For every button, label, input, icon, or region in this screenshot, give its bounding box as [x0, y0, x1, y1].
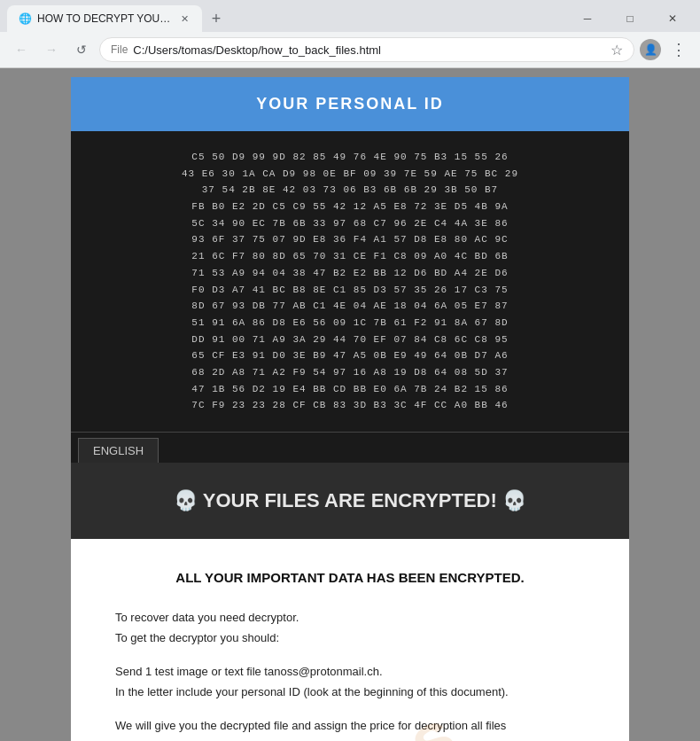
- minimize-button[interactable]: ─: [567, 5, 608, 32]
- profile-avatar[interactable]: 👤: [640, 39, 661, 60]
- chrome-menu-button[interactable]: ⋮: [666, 37, 691, 62]
- personal-id-title: YOUR PERSONAL ID: [89, 95, 611, 113]
- url-bar[interactable]: File C:/Users/tomas/Desktop/how_to_back_…: [99, 37, 634, 62]
- hex-line: 43 E6 30 1A CA D9 98 0E BF 09 39 7E 59 A…: [97, 166, 603, 183]
- bookmark-star-icon[interactable]: ☆: [611, 42, 623, 58]
- browser-chrome: 🌐 HOW TO DECRYPT YOUR FILES ✕ + ─ □ ✕ ← …: [0, 0, 700, 68]
- new-tab-button[interactable]: +: [206, 8, 227, 29]
- main-heading: ALL YOUR IMPORTANT DATA HAS BEEN ENCRYPT…: [115, 566, 585, 589]
- personal-id-header: YOUR PERSONAL ID: [71, 77, 629, 131]
- hex-line: 5C 34 90 EC 7B 6B 33 97 68 C7 96 2E C4 4…: [97, 215, 603, 232]
- hex-line: 65 CF E3 91 D0 3E B9 47 A5 0B E9 49 64 0…: [97, 347, 603, 364]
- encrypted-title: 💀 YOUR FILES ARE ENCRYPTED! 💀: [89, 489, 611, 512]
- hex-line: 68 2D A8 71 A2 F9 54 97 16 A8 19 D8 64 0…: [97, 364, 603, 381]
- hex-line: 71 53 A9 94 04 38 47 B2 E2 BB 12 D6 BD A…: [97, 265, 603, 282]
- tab-title: HOW TO DECRYPT YOUR FILES: [37, 12, 172, 25]
- address-bar: ← → ↺ File C:/Users/tomas/Desktop/how_to…: [0, 32, 700, 67]
- english-tab[interactable]: ENGLISH: [78, 438, 159, 463]
- active-tab[interactable]: 🌐 HOW TO DECRYPT YOUR FILES ✕: [7, 5, 202, 32]
- body-paragraph: We will give you the decrypted file and …: [115, 715, 585, 736]
- url-text: C:/Users/tomas/Desktop/how_to_back_files…: [133, 43, 605, 57]
- hex-line: 37 54 2B 8E 42 03 73 06 B3 6B 6B 29 3B 5…: [97, 182, 603, 199]
- maximize-button[interactable]: □: [610, 5, 650, 32]
- close-button[interactable]: ✕: [652, 5, 693, 32]
- hex-line: FB B0 E2 2D C5 C9 55 42 12 A5 E8 72 3E D…: [97, 199, 603, 215]
- hex-line: 8D 67 93 DB 77 AB C1 4E 04 AE 18 04 6A 0…: [97, 298, 603, 315]
- hex-line: 93 6F 37 75 07 9D E8 36 F4 A1 57 D8 E8 8…: [97, 231, 603, 248]
- encrypted-section: 💀 YOUR FILES ARE ENCRYPTED! 💀: [71, 463, 629, 539]
- content-section: ALL YOUR IMPORTANT DATA HAS BEEN ENCRYPT…: [71, 539, 629, 741]
- body-paragraph: To recover data you need decryptor.To ge…: [115, 607, 585, 649]
- hex-line: DD 91 00 71 A9 3A 29 44 70 EF 07 84 C8 6…: [97, 332, 603, 348]
- tab-bar: 🌐 HOW TO DECRYPT YOUR FILES ✕ + ─ □ ✕: [0, 0, 700, 32]
- hex-line: C5 50 D9 99 9D 82 85 49 76 4E 90 75 B3 1…: [97, 149, 603, 166]
- reload-button[interactable]: ↺: [69, 37, 94, 62]
- page-content: YOUR PERSONAL ID C5 50 D9 99 9D 82 85 49…: [71, 77, 629, 741]
- hex-line: 21 6C F7 80 8D 65 70 31 CE F1 C8 09 A0 4…: [97, 248, 603, 265]
- content-area: tanoss ALL YOUR IMPORTANT DATA HAS BEEN …: [71, 539, 629, 741]
- hex-data-block: C5 50 D9 99 9D 82 85 49 76 4E 90 75 B3 1…: [71, 131, 629, 432]
- hex-line: F0 D3 A7 41 BC B8 8E C1 85 D3 57 35 26 1…: [97, 282, 603, 299]
- hex-line: 47 1B 56 D2 19 E4 BB CD BB E0 6A 7B 24 B…: [97, 381, 603, 398]
- hex-line: 51 91 6A 86 D8 E6 56 09 1C 7B 61 F2 91 8…: [97, 315, 603, 332]
- tab-favicon-icon: 🌐: [18, 12, 32, 26]
- body-paragraph: Send 1 test image or text file tanoss@pr…: [115, 661, 585, 703]
- window-controls: ─ □ ✕: [567, 5, 693, 32]
- tab-close-button[interactable]: ✕: [177, 12, 191, 26]
- back-button[interactable]: ←: [9, 37, 34, 62]
- url-protocol: File: [111, 43, 128, 56]
- forward-button[interactable]: →: [39, 37, 64, 62]
- hex-line: 7C F9 23 23 28 CF CB 83 3D B3 3C 4F CC A…: [97, 397, 603, 414]
- language-tab-bar: ENGLISH: [71, 432, 629, 463]
